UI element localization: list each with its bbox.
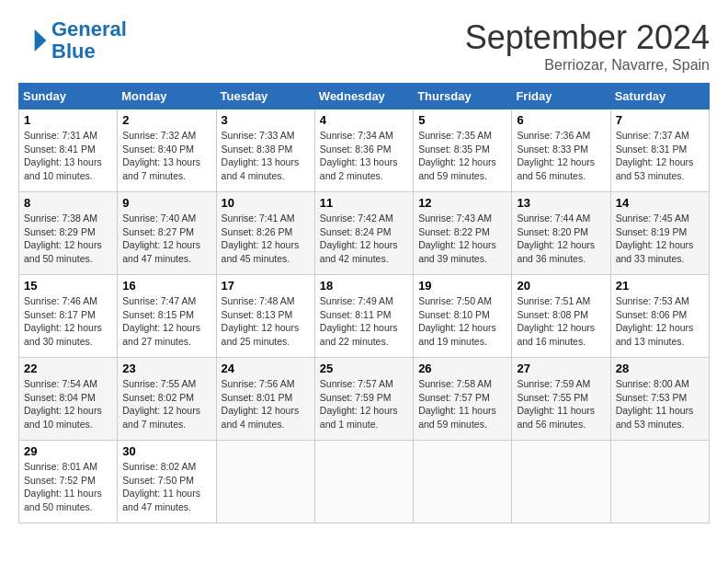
day-cell: 13Sunrise: 7:44 AMSunset: 8:20 PMDayligh… bbox=[512, 192, 610, 275]
day-cell: 12Sunrise: 7:43 AMSunset: 8:22 PMDayligh… bbox=[414, 192, 512, 275]
day-cell: 4Sunrise: 7:34 AMSunset: 8:36 PMDaylight… bbox=[314, 109, 413, 192]
day-cell: 15Sunrise: 7:46 AMSunset: 8:17 PMDayligh… bbox=[19, 275, 118, 358]
day-cell: 23Sunrise: 7:55 AMSunset: 8:02 PMDayligh… bbox=[118, 358, 216, 441]
title-block: September 2024 Berriozar, Navarre, Spain bbox=[465, 18, 710, 74]
day-cell: 22Sunrise: 7:54 AMSunset: 8:04 PMDayligh… bbox=[19, 358, 118, 441]
day-cell: 8Sunrise: 7:38 AMSunset: 8:29 PMDaylight… bbox=[19, 192, 118, 275]
day-cell: 20Sunrise: 7:51 AMSunset: 8:08 PMDayligh… bbox=[512, 275, 610, 358]
day-cell: 11Sunrise: 7:42 AMSunset: 8:24 PMDayligh… bbox=[314, 192, 413, 275]
day-cell: 10Sunrise: 7:41 AMSunset: 8:26 PMDayligh… bbox=[216, 192, 314, 275]
day-cell: 6Sunrise: 7:36 AMSunset: 8:33 PMDaylight… bbox=[512, 109, 610, 192]
day-cell: 3Sunrise: 7:33 AMSunset: 8:38 PMDaylight… bbox=[216, 109, 314, 192]
day-cell bbox=[512, 441, 610, 523]
day-cell: 18Sunrise: 7:49 AMSunset: 8:11 PMDayligh… bbox=[314, 275, 413, 358]
day-cell: 25Sunrise: 7:57 AMSunset: 7:59 PMDayligh… bbox=[314, 358, 413, 441]
col-monday: Monday bbox=[118, 84, 216, 109]
col-friday: Friday bbox=[512, 84, 610, 109]
day-cell: 29Sunrise: 8:01 AMSunset: 7:52 PMDayligh… bbox=[19, 441, 118, 523]
calendar-table: Sunday Monday Tuesday Wednesday Thursday… bbox=[18, 83, 710, 523]
day-cell: 30Sunrise: 8:02 AMSunset: 7:50 PMDayligh… bbox=[118, 441, 216, 523]
col-wednesday: Wednesday bbox=[314, 84, 413, 109]
header-row: Sunday Monday Tuesday Wednesday Thursday… bbox=[19, 84, 710, 109]
page-header: General Blue September 2024 Berriozar, N… bbox=[18, 18, 710, 74]
col-saturday: Saturday bbox=[610, 84, 709, 109]
col-thursday: Thursday bbox=[414, 84, 512, 109]
day-cell bbox=[414, 441, 512, 523]
month-title: September 2024 bbox=[465, 18, 710, 57]
week-row-3: 15Sunrise: 7:46 AMSunset: 8:17 PMDayligh… bbox=[19, 275, 710, 358]
day-cell bbox=[314, 441, 413, 523]
day-cell: 17Sunrise: 7:48 AMSunset: 8:13 PMDayligh… bbox=[216, 275, 314, 358]
day-cell: 14Sunrise: 7:45 AMSunset: 8:19 PMDayligh… bbox=[610, 192, 709, 275]
logo: General Blue bbox=[18, 18, 127, 63]
logo-text: General Blue bbox=[51, 18, 127, 63]
day-cell: 27Sunrise: 7:59 AMSunset: 7:55 PMDayligh… bbox=[512, 358, 610, 441]
logo-blue: Blue bbox=[51, 40, 96, 63]
day-cell: 28Sunrise: 8:00 AMSunset: 7:53 PMDayligh… bbox=[610, 358, 709, 441]
logo-general: General bbox=[51, 17, 127, 40]
day-cell bbox=[216, 441, 314, 523]
svg-marker-0 bbox=[35, 29, 47, 52]
col-sunday: Sunday bbox=[19, 84, 118, 109]
day-cell: 7Sunrise: 7:37 AMSunset: 8:31 PMDaylight… bbox=[610, 109, 709, 192]
day-cell: 26Sunrise: 7:58 AMSunset: 7:57 PMDayligh… bbox=[414, 358, 512, 441]
week-row-4: 22Sunrise: 7:54 AMSunset: 8:04 PMDayligh… bbox=[19, 358, 710, 441]
day-cell: 2Sunrise: 7:32 AMSunset: 8:40 PMDaylight… bbox=[118, 109, 216, 192]
day-cell: 16Sunrise: 7:47 AMSunset: 8:15 PMDayligh… bbox=[118, 275, 216, 358]
col-tuesday: Tuesday bbox=[216, 84, 314, 109]
logo-icon bbox=[18, 26, 48, 55]
week-row-2: 8Sunrise: 7:38 AMSunset: 8:29 PMDaylight… bbox=[19, 192, 710, 275]
day-1: 1Sunrise: 7:31 AMSunset: 8:41 PMDaylight… bbox=[19, 109, 118, 192]
day-cell: 19Sunrise: 7:50 AMSunset: 8:10 PMDayligh… bbox=[414, 275, 512, 358]
day-cell: 5Sunrise: 7:35 AMSunset: 8:35 PMDaylight… bbox=[414, 109, 512, 192]
day-cell: 24Sunrise: 7:56 AMSunset: 8:01 PMDayligh… bbox=[216, 358, 314, 441]
week-row-5: 29Sunrise: 8:01 AMSunset: 7:52 PMDayligh… bbox=[19, 441, 710, 523]
week-row-1: 1Sunrise: 7:31 AMSunset: 8:41 PMDaylight… bbox=[19, 109, 710, 192]
day-cell bbox=[610, 441, 709, 523]
day-cell: 21Sunrise: 7:53 AMSunset: 8:06 PMDayligh… bbox=[610, 275, 709, 358]
day-cell: 9Sunrise: 7:40 AMSunset: 8:27 PMDaylight… bbox=[118, 192, 216, 275]
location: Berriozar, Navarre, Spain bbox=[465, 57, 710, 74]
